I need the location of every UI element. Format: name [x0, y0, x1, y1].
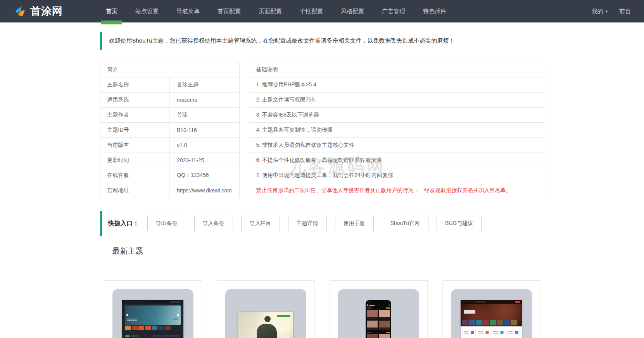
intro-label: 更新时间: [100, 153, 170, 168]
nav-item-home-config[interactable]: 首页配置: [211, 0, 247, 22]
mock-browser-bar: [122, 300, 183, 304]
table-row: 适用系统 maccms: [100, 93, 239, 108]
latest-themes-header: 最新主题: [100, 246, 544, 256]
frontend-link[interactable]: 前台: [619, 8, 631, 15]
intro-label: 适用系统: [100, 93, 170, 108]
divider-dash: [100, 251, 108, 251]
mock-caption-row: [367, 317, 390, 319]
note-item: 4. 主题具备可复制性，请勿传播: [249, 123, 544, 138]
table-row: 6. 不提供个性化修改服务，高端定制请联系客服洽谈: [249, 153, 544, 168]
mock-caption-row: [367, 328, 390, 330]
intro-label: 当前版本: [100, 138, 170, 153]
table-row: 5. 非技术人员请勿私自修改主题核心文件: [249, 138, 544, 153]
table-row: 2. 主题文件读写权限755: [249, 93, 544, 108]
import-columns-button[interactable]: 导入栏目: [241, 216, 280, 231]
shoutu-logo-icon: [13, 5, 26, 17]
bug-suggestion-button[interactable]: BUG与建议: [437, 216, 482, 231]
theme-card-4[interactable]: [442, 280, 540, 338]
mock-section-label: [461, 336, 522, 338]
table-row: 在线客服 QQ：123456: [100, 168, 239, 183]
theme-card-2[interactable]: ▶: [217, 280, 315, 338]
theme-preview-frame: [112, 289, 193, 338]
mock-app-header: [367, 304, 390, 306]
shoutu-official-site-button[interactable]: ShouTu官网: [382, 216, 429, 231]
nav-item-nav-menu[interactable]: 导航菜单: [170, 0, 206, 22]
intro-value: 首涂主题: [170, 77, 240, 93]
chevron-down-icon: ▾: [605, 9, 608, 14]
mock-status-bar: [367, 302, 390, 303]
intro-value: 首涂: [170, 108, 240, 123]
intro-value: 2023-11-25: [170, 153, 240, 168]
intro-value: B10-116: [170, 123, 240, 138]
export-backup-button[interactable]: 导出备份: [147, 216, 186, 231]
intro-label: 主题作者: [100, 108, 170, 123]
theme-preview-screenshot-4: [461, 300, 522, 338]
my-account-menu[interactable]: 我的 ▾: [591, 8, 608, 15]
table-row: 主题ID号 B10-116: [100, 123, 239, 138]
mock-hero-banner: [125, 305, 181, 325]
mock-section-row: [367, 332, 390, 333]
user-manual-button[interactable]: 使用手册: [335, 216, 374, 231]
note-item: 1. 推荐使用PHP版本≥5.4: [249, 77, 544, 93]
theme-preview-frame: ▶: [225, 289, 306, 338]
search-icon: [388, 304, 390, 306]
intro-value: v1.0: [170, 138, 240, 153]
mock-video-player: ▶: [238, 312, 293, 338]
theme-preview-screenshot-2: ▶: [238, 312, 293, 338]
nav-item-personal-config[interactable]: 个性配置: [294, 0, 329, 22]
table-row: 主题名称 首涂主题: [100, 77, 239, 93]
intro-label: 官网地址: [100, 183, 170, 198]
mock-thumb-row: [367, 321, 390, 328]
my-account-label: 我的: [591, 8, 603, 15]
mock-hero-thumbs: [462, 320, 520, 325]
intro-label: 主题ID号: [100, 123, 170, 138]
intro-label: 主题名称: [100, 77, 170, 93]
theme-admin-page: 首涂网 首页 站点设置 导航菜单 首页配置 页面配置 个性配置 风格配置 广告管…: [0, 0, 644, 338]
brand-name: 首涂网: [30, 4, 63, 18]
mock-thumb-row: [367, 334, 390, 338]
mock-character-body: [257, 324, 277, 338]
mock-video-title: [277, 315, 290, 317]
main-nav: 首页 站点设置 导航菜单 首页配置 页面配置 个性配置 风格配置 广告管理 特色…: [97, 0, 455, 22]
table-row: 官网地址 https://www.dkewl.com: [100, 183, 239, 198]
mock-character-head: [264, 316, 271, 322]
intro-table: 简介 主题名称 首涂主题 适用系统 maccms 主题作者 首涂 主题ID号 B…: [100, 62, 240, 198]
theme-card-1[interactable]: [104, 280, 202, 338]
theme-details-button[interactable]: 主题详情: [288, 216, 327, 231]
brand-logo[interactable]: 首涂网: [13, 4, 63, 18]
nav-item-style-config[interactable]: 风格配置: [335, 0, 370, 22]
note-item: 2. 主题文件读写权限755: [249, 93, 544, 108]
welcome-alert: 欢迎使用ShouTu主题，您已获得授权使用本主题管理系统，在您配置或修改文件前请…: [100, 32, 544, 50]
theme-preview-frame: ≡: [338, 289, 419, 338]
note-item: 6. 不提供个性化修改服务，高端定制请联系客服洽谈: [249, 153, 544, 168]
mock-category-chips: [461, 326, 522, 336]
carousel-prev-dot: [126, 314, 128, 316]
theme-cards-row: ▶: [100, 280, 544, 338]
divider-rule: [148, 251, 544, 251]
mock-hero-banner: [461, 304, 522, 326]
intro-value: maccms: [170, 93, 240, 108]
notes-table: 基础说明 1. 推荐使用PHP版本≥5.4 2. 主题文件读写权限755 3. …: [249, 62, 544, 198]
import-backup-button[interactable]: 导入备份: [194, 216, 233, 231]
app-logo-dot: [367, 304, 368, 306]
note-item: 7. 使用中出现问题请提交工单，我们会在24小时内回复你: [249, 168, 544, 183]
nav-item-ad-management[interactable]: 广告管理: [376, 0, 411, 22]
table-row: 3. 不兼容IE8及以下浏览器: [249, 108, 544, 123]
theme-card-3[interactable]: ≡: [330, 280, 428, 338]
table-row: 7. 使用中出现问题请提交工单，我们会在24小时内回复你: [249, 168, 544, 183]
info-tables: 简介 主题名称 首涂主题 适用系统 maccms 主题作者 首涂 主题ID号 B…: [100, 62, 544, 198]
note-item: 3. 不兼容IE8及以下浏览器: [249, 108, 544, 123]
quick-entry-label: 快捷入口：: [108, 220, 139, 228]
welcome-alert-text: 欢迎使用ShouTu主题，您已获得授权使用本主题管理系统，在您配置或修改文件前请…: [109, 37, 455, 44]
nav-item-home[interactable]: 首页: [100, 0, 124, 22]
table-row: 1. 推荐使用PHP版本≥5.4: [249, 77, 544, 93]
nav-item-featured-plugins[interactable]: 特色插件: [417, 0, 452, 22]
mock-poster-strip: [125, 326, 180, 330]
nav-item-page-config[interactable]: 页面配置: [252, 0, 288, 22]
carousel-next-dot: [177, 314, 179, 316]
mock-login-button: [515, 301, 520, 303]
theme-preview-screenshot-1: [122, 300, 183, 338]
latest-themes-title: 最新主题: [112, 246, 143, 256]
nav-item-site-settings[interactable]: 站点设置: [129, 0, 165, 22]
license-warning: 禁止任何形式的二次出售、分享他人等侵害作者及正版用户的行为，一经发现取消授权资格…: [249, 183, 544, 198]
